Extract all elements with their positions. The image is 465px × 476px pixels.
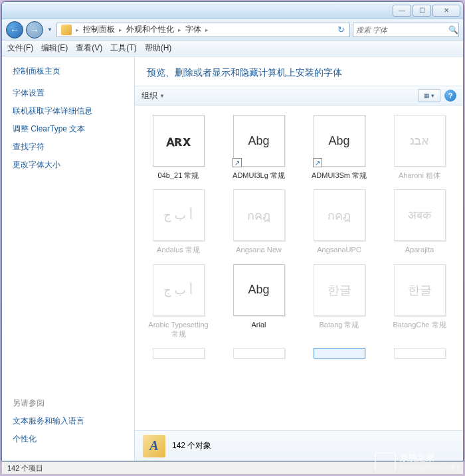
- refresh-button[interactable]: ↻: [333, 25, 348, 35]
- organize-label: 组织: [141, 90, 157, 102]
- font-item[interactable]: Abg↗ADMUI3Lg 常规: [219, 112, 298, 183]
- breadcrumb-item[interactable]: 字体: [183, 24, 204, 35]
- font-item[interactable]: अबकAparajita: [380, 187, 459, 257]
- window-controls: — ☐ ✕: [393, 5, 460, 17]
- chevron-down-icon: ▼: [159, 93, 165, 99]
- toolbar: 组织 ▼ ▦ ▾ ?: [135, 86, 463, 106]
- font-item[interactable]: ᴀʀx04b_21 常规: [139, 112, 218, 183]
- close-button[interactable]: ✕: [432, 5, 460, 17]
- breadcrumb-item[interactable]: 控制面板: [80, 24, 118, 35]
- font-preview-icon: אבג: [394, 115, 446, 167]
- sidebar-link-cleartype[interactable]: 调整 ClearType 文本: [13, 123, 124, 135]
- menu-file[interactable]: 文件(F): [7, 42, 33, 54]
- details-pane: A 142 个对象: [135, 430, 463, 461]
- sidebar-link-font-settings[interactable]: 字体设置: [13, 88, 124, 99]
- navigation-bar: ← → ▼ ▸ 控制面板 ▸ 外观和个性化 ▸ 字体 ▸ ↻ 🔍: [2, 19, 463, 40]
- font-label: Arial: [251, 320, 266, 329]
- view-options-button[interactable]: ▦ ▾: [418, 89, 440, 102]
- menu-edit[interactable]: 编辑(E): [41, 42, 68, 54]
- font-preview-icon: ᴀʀx: [153, 115, 205, 167]
- font-label: ADMUI3Sm 常规: [312, 171, 367, 180]
- font-preview-icon: أ ب ج: [153, 264, 205, 316]
- font-preview-icon: 한글: [314, 264, 365, 316]
- location-icon: [61, 25, 72, 35]
- sidebar-home-link[interactable]: 控制面板主页: [13, 66, 124, 77]
- font-preview-icon: [394, 348, 446, 358]
- font-preview-icon: กคฎ: [314, 189, 365, 241]
- breadcrumb[interactable]: ▸ 控制面板 ▸ 外观和个性化 ▸ 字体 ▸ ↻: [56, 23, 350, 37]
- font-item[interactable]: กคฎAngsana New: [219, 187, 298, 257]
- search-icon[interactable]: 🔍: [448, 25, 458, 35]
- font-label: Angsana New: [236, 245, 282, 254]
- menu-tools[interactable]: 工具(T): [110, 42, 136, 54]
- nav-history-dropdown[interactable]: ▼: [46, 23, 54, 37]
- font-item[interactable]: [219, 345, 298, 365]
- font-item[interactable]: אבגAharoni 粗体: [380, 112, 459, 183]
- font-item[interactable]: 한글BatangChe 常规: [380, 262, 459, 342]
- font-item[interactable]: [139, 345, 218, 365]
- font-item[interactable]: 한글Batang 常规: [300, 262, 379, 342]
- font-label: BatangChe 常规: [393, 320, 446, 329]
- object-count: 142 个对象: [172, 440, 211, 451]
- font-label: Andalus 常规: [157, 245, 200, 254]
- main-pane: 预览、删除或者显示和隐藏计算机上安装的字体 组织 ▼ ▦ ▾ ? ᴀʀx04b_…: [135, 56, 463, 461]
- font-grid[interactable]: ᴀʀx04b_21 常规Abg↗ADMUI3Lg 常规Abg↗ADMUI3Sm …: [135, 106, 463, 430]
- status-text: 142 个项目: [7, 463, 43, 473]
- breadcrumb-sep: ▸: [204, 27, 210, 33]
- font-label: Aparajita: [405, 245, 434, 254]
- font-preview-icon: أ ب ج: [153, 189, 205, 241]
- font-preview-icon: [153, 348, 205, 358]
- body: 控制面板主页 字体设置 联机获取字体详细信息 调整 ClearType 文本 查…: [2, 56, 463, 461]
- minimize-button[interactable]: —: [393, 5, 411, 17]
- font-preview-icon: Abg: [233, 264, 285, 316]
- font-item[interactable]: أ ب جAndalus 常规: [139, 187, 218, 257]
- font-preview-icon: 한글: [394, 264, 446, 316]
- menubar: 文件(F) 编辑(E) 查看(V) 工具(T) 帮助(H): [2, 40, 463, 56]
- menu-help[interactable]: 帮助(H): [145, 42, 172, 54]
- font-preview-icon: अबक: [394, 189, 446, 241]
- breadcrumb-sep: ▸: [118, 27, 124, 33]
- font-label: Batang 常规: [320, 320, 359, 329]
- font-item[interactable]: Abg↗ADMUI3Sm 常规: [300, 112, 379, 183]
- status-bar: 142 个项目: [1, 461, 464, 475]
- page-heading: 预览、删除或者显示和隐藏计算机上安装的字体: [135, 56, 463, 86]
- font-preview-icon: Abg↗: [314, 115, 365, 167]
- back-button[interactable]: ←: [6, 21, 23, 39]
- breadcrumb-item[interactable]: 外观和个性化: [124, 24, 177, 35]
- maximize-button[interactable]: ☐: [413, 5, 431, 17]
- sidebar-link-online-fonts[interactable]: 联机获取字体详细信息: [13, 106, 124, 117]
- font-label: ADMUI3Lg 常规: [232, 171, 285, 180]
- font-label: 04b_21 常规: [158, 171, 199, 180]
- menu-view[interactable]: 查看(V): [76, 42, 102, 54]
- explorer-window: — ☐ ✕ ← → ▼ ▸ 控制面板 ▸ 外观和个性化 ▸ 字体 ▸ ↻ 🔍 文…: [1, 1, 464, 461]
- sidebar: 控制面板主页 字体设置 联机获取字体详细信息 调整 ClearType 文本 查…: [2, 56, 135, 461]
- help-icon[interactable]: ?: [444, 90, 456, 102]
- search-box[interactable]: 🔍: [353, 23, 459, 37]
- font-item[interactable]: أ ب جArabic Typesetting 常规: [139, 262, 218, 342]
- font-label: Aharoni 粗体: [399, 171, 440, 180]
- fonts-folder-icon: A: [143, 435, 165, 457]
- font-label: Arabic Typesetting 常规: [147, 320, 211, 339]
- breadcrumb-sep: ▸: [177, 27, 183, 33]
- font-item[interactable]: [300, 345, 379, 365]
- shortcut-overlay-icon: ↗: [232, 158, 242, 167]
- sidebar-ref-text-services[interactable]: 文本服务和输入语言: [13, 416, 124, 427]
- forward-button[interactable]: →: [26, 21, 43, 39]
- font-preview-icon: กคฎ: [233, 189, 285, 241]
- organize-button[interactable]: 组织 ▼: [141, 90, 165, 102]
- sidebar-link-font-size[interactable]: 更改字体大小: [13, 159, 124, 171]
- font-preview-icon: [233, 348, 285, 358]
- shortcut-overlay-icon: ↗: [313, 158, 322, 167]
- font-label: AngsanaUPC: [317, 245, 361, 254]
- sidebar-see-also-label: 另请参阅: [13, 398, 124, 409]
- font-item[interactable]: [380, 345, 459, 365]
- titlebar: — ☐ ✕: [2, 2, 463, 19]
- breadcrumb-sep: ▸: [74, 27, 80, 33]
- font-preview-icon: Abg↗: [233, 115, 285, 167]
- font-item[interactable]: กคฎAngsanaUPC: [300, 187, 379, 257]
- search-input[interactable]: [356, 26, 448, 34]
- font-preview-icon: [314, 348, 365, 358]
- sidebar-ref-personalization[interactable]: 个性化: [13, 434, 124, 445]
- font-item[interactable]: AbgArial: [219, 262, 298, 342]
- sidebar-link-find-char[interactable]: 查找字符: [13, 141, 124, 153]
